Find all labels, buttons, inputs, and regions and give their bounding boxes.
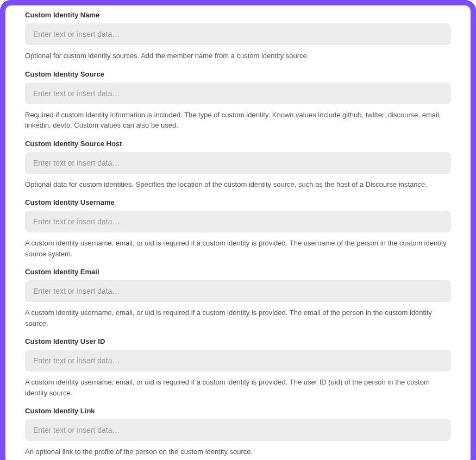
field-custom-identity-source: Custom Identity Source Required if custo… <box>25 70 451 131</box>
field-label: Custom Identity Link <box>25 407 451 415</box>
field-custom-identity-source-host: Custom Identity Source Host Optional dat… <box>25 140 451 190</box>
field-label: Custom Identity Name <box>25 11 451 19</box>
field-description: An optional link to the profile of the p… <box>25 446 451 457</box>
field-description: Optional for custom identity sources. Ad… <box>25 51 451 61</box>
field-description: A custom identity username, email, or ui… <box>25 238 451 259</box>
field-label: Custom Identity User ID <box>25 337 451 345</box>
custom-identity-user-id-input[interactable] <box>25 350 451 371</box>
field-description: A custom identity username, email, or ui… <box>25 377 451 398</box>
field-label: Custom Identity Email <box>25 268 451 276</box>
custom-identity-email-input[interactable] <box>25 280 451 302</box>
field-custom-identity-username: Custom Identity Username A custom identi… <box>25 198 451 259</box>
custom-identity-source-host-input[interactable] <box>25 152 451 174</box>
field-label: Custom Identity Username <box>25 198 451 206</box>
field-custom-identity-email: Custom Identity Email A custom identity … <box>25 268 451 329</box>
field-description: Required if custom identity information … <box>25 110 451 131</box>
field-custom-identity-name: Custom Identity Name Optional for custom… <box>25 11 451 61</box>
field-custom-identity-link: Custom Identity Link An optional link to… <box>25 407 451 457</box>
field-description: A custom identity username, email, or ui… <box>25 307 451 329</box>
field-label: Custom Identity Source Host <box>25 140 451 148</box>
field-label: Custom Identity Source <box>25 70 451 78</box>
field-description: Optional data for custom identities. Spe… <box>25 179 451 190</box>
custom-identity-source-input[interactable] <box>25 83 451 104</box>
field-custom-identity-user-id: Custom Identity User ID A custom identit… <box>25 337 451 398</box>
custom-identity-link-input[interactable] <box>25 419 451 441</box>
custom-identity-username-input[interactable] <box>25 211 451 232</box>
custom-identity-name-input[interactable] <box>25 23 451 45</box>
form-panel: Custom Identity Name Optional for custom… <box>0 0 476 460</box>
